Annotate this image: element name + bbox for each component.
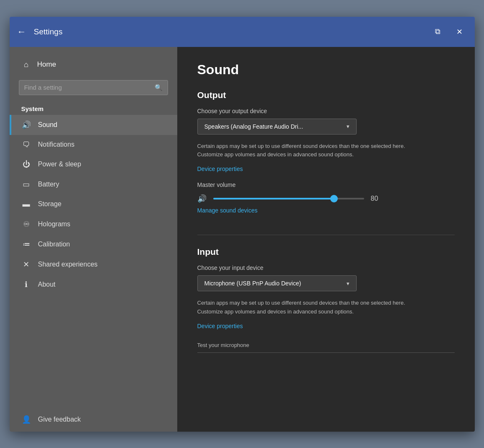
sidebar-section-label: System bbox=[10, 101, 177, 115]
input-section-title: Input bbox=[197, 247, 455, 257]
input-info-text: Certain apps may be set up to use differ… bbox=[197, 299, 432, 316]
sidebar-item-label: Storage bbox=[38, 200, 62, 208]
input-device-label: Choose your input device bbox=[197, 264, 455, 271]
content-area: Sound Output Choose your output device S… bbox=[177, 47, 475, 432]
sidebar-item-label: Calibration bbox=[38, 241, 70, 248]
output-device-properties-link[interactable]: Device properties bbox=[197, 166, 243, 172]
page-title: Sound bbox=[197, 62, 455, 78]
sidebar-item-label: Holograms bbox=[38, 220, 70, 228]
master-volume-label: Master volume bbox=[197, 181, 455, 188]
titlebar-controls: ⧉ ✕ bbox=[430, 24, 467, 39]
input-device-value: Microphone (USB PnP Audio Device) bbox=[204, 280, 347, 287]
slider-fill bbox=[213, 198, 334, 199]
close-button[interactable]: ✕ bbox=[452, 24, 467, 39]
titlebar: ← Settings ⧉ ✕ bbox=[10, 17, 475, 47]
sidebar-item-battery[interactable]: ▭ Battery bbox=[10, 174, 177, 194]
titlebar-title: Settings bbox=[34, 27, 430, 36]
volume-value: 80 bbox=[371, 195, 384, 202]
search-input[interactable] bbox=[24, 84, 150, 91]
sidebar-item-storage[interactable]: ▬ Storage bbox=[10, 194, 177, 214]
about-icon: ℹ bbox=[21, 280, 31, 289]
sidebar-item-about[interactable]: ℹ About bbox=[10, 274, 177, 295]
feedback-button[interactable]: 👤 Give feedback bbox=[10, 407, 177, 432]
input-device-properties-link[interactable]: Device properties bbox=[197, 323, 243, 329]
chevron-down-icon-input: ▾ bbox=[347, 280, 349, 287]
output-info-text: Certain apps may be set up to use differ… bbox=[197, 142, 432, 160]
holograms-icon: ♾ bbox=[21, 220, 31, 229]
output-section-title: Output bbox=[197, 90, 455, 100]
sidebar-item-label: About bbox=[38, 281, 56, 288]
output-device-label: Choose your output device bbox=[197, 108, 455, 114]
output-device-dropdown[interactable]: Speakers (Analog Feature Audio Dri... ▾ bbox=[197, 119, 357, 135]
output-device-value: Speakers (Analog Feature Audio Dri... bbox=[204, 123, 347, 130]
sidebar-item-label: Shared experiences bbox=[38, 261, 98, 268]
volume-slider[interactable] bbox=[213, 198, 364, 199]
feedback-icon: 👤 bbox=[21, 415, 31, 424]
battery-icon: ▭ bbox=[21, 180, 31, 189]
notifications-icon: 🗨 bbox=[21, 140, 31, 149]
sidebar-item-label: Sound bbox=[38, 121, 57, 129]
sidebar-item-label: Notifications bbox=[38, 141, 75, 148]
sidebar-item-shared[interactable]: ✕ Shared experiences bbox=[10, 254, 177, 274]
search-icon: 🔍 bbox=[155, 84, 163, 91]
sidebar-item-home[interactable]: ⌂ Home bbox=[10, 55, 177, 74]
search-box[interactable]: 🔍 bbox=[19, 80, 168, 95]
sound-icon: 🔊 bbox=[21, 120, 31, 129]
home-icon: ⌂ bbox=[21, 60, 31, 69]
input-device-dropdown[interactable]: Microphone (USB PnP Audio Device) ▾ bbox=[197, 275, 357, 291]
back-button[interactable]: ← bbox=[17, 26, 26, 37]
slider-thumb[interactable] bbox=[330, 195, 338, 202]
settings-window: ← Settings ⧉ ✕ ⌂ Home 🔍 System 🔊 Sound � bbox=[10, 17, 475, 432]
speaker-icon: 🔊 bbox=[197, 194, 207, 203]
storage-icon: ▬ bbox=[21, 200, 31, 209]
test-microphone-label: Test your microphone bbox=[197, 342, 455, 353]
home-label: Home bbox=[37, 60, 56, 69]
sidebar: ⌂ Home 🔍 System 🔊 Sound 🗨 Notifications … bbox=[10, 47, 177, 432]
sidebar-item-calibration[interactable]: ≔ Calibration bbox=[10, 234, 177, 254]
volume-row: 🔊 80 bbox=[197, 194, 455, 203]
volume-section: Master volume 🔊 80 bbox=[197, 181, 455, 203]
chevron-down-icon: ▾ bbox=[347, 123, 349, 129]
calibration-icon: ≔ bbox=[21, 240, 31, 249]
manage-sound-devices-link[interactable]: Manage sound devices bbox=[197, 207, 258, 214]
sidebar-item-power[interactable]: ⏻ Power & sleep bbox=[10, 155, 177, 174]
sidebar-item-label: Power & sleep bbox=[38, 161, 81, 168]
power-icon: ⏻ bbox=[21, 160, 31, 169]
main-body: ⌂ Home 🔍 System 🔊 Sound 🗨 Notifications … bbox=[10, 47, 475, 432]
shared-icon: ✕ bbox=[21, 260, 31, 269]
section-divider bbox=[197, 235, 455, 235]
sidebar-item-notifications[interactable]: 🗨 Notifications bbox=[10, 135, 177, 155]
feedback-label: Give feedback bbox=[38, 416, 81, 423]
sidebar-item-sound[interactable]: 🔊 Sound bbox=[10, 115, 177, 135]
sidebar-item-label: Battery bbox=[38, 181, 60, 188]
sidebar-item-holograms[interactable]: ♾ Holograms bbox=[10, 214, 177, 234]
restore-button[interactable]: ⧉ bbox=[430, 24, 445, 39]
